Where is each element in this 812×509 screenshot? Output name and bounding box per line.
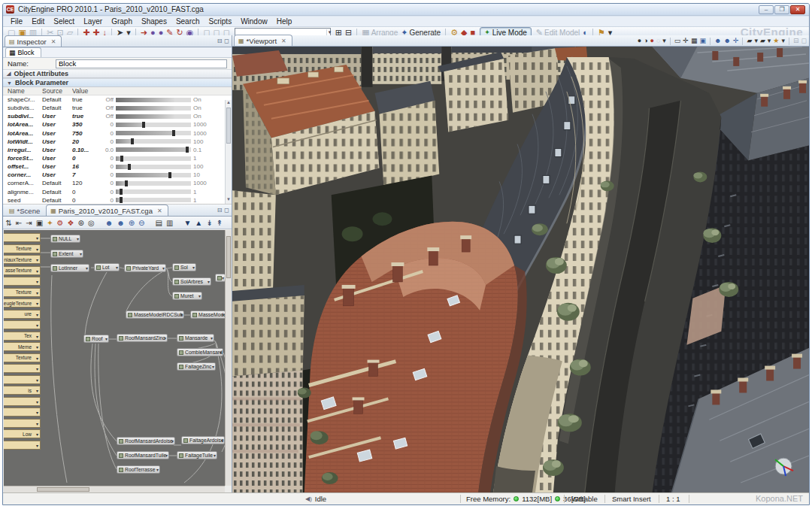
- look-at-icon[interactable]: ✛: [732, 36, 740, 46]
- title-bar[interactable]: CE CityEngine PRO 2010.1 - Paris_2010_v2…: [3, 4, 809, 16]
- graph-node[interactable]: MasseModelRDCSub ▾: [126, 311, 184, 319]
- node-dropdown-icon[interactable]: ▾: [198, 293, 201, 298]
- link-nodes-icon[interactable]: ⊛: [77, 218, 86, 228]
- tab-scene[interactable]: ▤ *Scene: [5, 205, 46, 216]
- maximize-panel-icon[interactable]: ◻: [224, 38, 229, 44]
- separator[interactable]: [670, 38, 671, 45]
- minimize-view-icon[interactable]: ⊟: [792, 36, 800, 46]
- axes-toggle-icon[interactable]: ✛: [682, 36, 689, 46]
- align-left-icon[interactable]: ⇤: [14, 218, 23, 228]
- texture-node[interactable]: AveugleTexture ▾: [4, 298, 41, 308]
- graph-node[interactable]: FaitageZinc ▾: [177, 362, 216, 371]
- parameter-slider[interactable]: [116, 173, 191, 177]
- parameter-slider[interactable]: [116, 181, 191, 186]
- node-dropdown-icon[interactable]: ▾: [36, 301, 38, 306]
- shading-options-icon[interactable]: ◌: [656, 36, 661, 46]
- graph-node[interactable]: LotInner ▾: [50, 264, 89, 272]
- graph-node[interactable]: Sol ▾: [172, 263, 196, 271]
- shading-dropdown[interactable]: ▾: [662, 36, 667, 46]
- graph-node[interactable]: PrivateYard ▾: [124, 264, 166, 272]
- grid-toggle-icon[interactable]: ▦: [690, 36, 698, 46]
- graph-horizontal-scrollbar[interactable]: [4, 486, 225, 492]
- texture-node[interactable]: ▾: [4, 419, 41, 428]
- graph-node[interactable]: NULL ▾: [50, 235, 80, 243]
- menu-graph[interactable]: Graph: [107, 17, 137, 26]
- texture-node[interactable]: asseTexture ▾: [4, 266, 41, 275]
- menu-window[interactable]: Window: [236, 17, 272, 26]
- parameter-slider[interactable]: [116, 156, 191, 161]
- slider-knob[interactable]: [120, 197, 123, 203]
- texture-node[interactable]: Tex ▾: [4, 332, 41, 341]
- node-dropdown-icon[interactable]: ▾: [36, 323, 38, 328]
- textured-mode-icon[interactable]: ●: [650, 36, 655, 46]
- bookmark-icon[interactable]: ★: [772, 36, 780, 46]
- sort-up-icon[interactable]: ↟: [215, 218, 224, 228]
- graph-node[interactable]: MasseModelRDC ▾: [190, 311, 225, 319]
- seed[interactable]: seed Default 0 0 1: [3, 196, 232, 205]
- separator[interactable]: [710, 38, 710, 45]
- name-input[interactable]: [56, 59, 227, 68]
- scroll-down-icon[interactable]: ▼: [226, 197, 232, 204]
- subdivis...[interactable]: subdivis... Default true Off On: [3, 104, 232, 112]
- tab-viewport[interactable]: ▦ *Viewport✕: [234, 35, 292, 46]
- node-dropdown-icon[interactable]: ▾: [36, 399, 38, 404]
- node-dropdown-icon[interactable]: ▾: [36, 356, 38, 361]
- scroll-up-icon[interactable]: ▲: [226, 100, 232, 107]
- graph-node[interactable]: Lot ▾: [94, 263, 120, 271]
- menu-search[interactable]: Search: [171, 17, 205, 26]
- tab-cga-file[interactable]: ▦ Paris_2010_v2010_FAST.cga✕: [46, 205, 168, 216]
- slider-knob[interactable]: [186, 147, 189, 153]
- node-dropdown-icon[interactable]: ▾: [165, 453, 168, 458]
- node-dropdown-icon[interactable]: ▾: [86, 265, 88, 271]
- graph-node[interactable]: Muret ▾: [172, 292, 202, 300]
- minimize-button[interactable]: –: [759, 5, 774, 14]
- graph-node[interactable]: Extent ▾: [50, 250, 83, 258]
- texture-node[interactable]: ▾: [4, 408, 41, 417]
- tab-block[interactable]: ▦ Block: [5, 47, 41, 57]
- parameter-slider[interactable]: [116, 131, 191, 135]
- sort-down-icon[interactable]: ↡: [205, 218, 214, 228]
- detail-view-icon[interactable]: ▥: [165, 218, 174, 228]
- layout-graph-icon[interactable]: ⇅: [5, 218, 14, 228]
- align-right-icon[interactable]: ⇥: [24, 218, 33, 228]
- section-block-parameter[interactable]: ▼ Block Parameter: [3, 78, 232, 87]
- texture-node[interactable]: ▾: [4, 375, 41, 384]
- node-dropdown-icon[interactable]: ▾: [36, 312, 38, 317]
- maximize-panel-icon[interactable]: ◻: [224, 207, 229, 214]
- node-dropdown-icon[interactable]: ▾: [105, 336, 108, 341]
- highlight-icon[interactable]: ✦: [45, 218, 54, 228]
- bookmark-dropdown[interactable]: ▾: [780, 36, 786, 46]
- node-dropdown-icon[interactable]: ▾: [162, 265, 165, 271]
- scroll-thumb[interactable]: [37, 487, 89, 492]
- viewport-3d-render[interactable]: [232, 47, 809, 492]
- camera-icon[interactable]: ▰: [746, 36, 753, 46]
- node-graph-canvas[interactable]: ▾ Texture ▾ niauxTexture ▾ asseTexture ▾…: [4, 230, 225, 486]
- maximize-button[interactable]: ❐: [774, 5, 789, 14]
- graph-node[interactable]: RoofMansardTuile ▾: [117, 451, 169, 459]
- maximize-view-icon[interactable]: ◻: [801, 36, 807, 46]
- camera2-dropdown[interactable]: ▾: [767, 36, 772, 46]
- lotArea...[interactable]: lotArea... User 750 0 1000: [3, 129, 232, 138]
- slider-knob[interactable]: [172, 130, 175, 136]
- node-dropdown-icon[interactable]: ▾: [36, 334, 38, 339]
- node-dropdown-icon[interactable]: ▾: [36, 235, 38, 241]
- menu-shapes[interactable]: Shapes: [137, 17, 171, 26]
- menu-help[interactable]: Help: [272, 17, 297, 26]
- node-dropdown-icon[interactable]: ▾: [36, 257, 38, 262]
- close-icon[interactable]: ✕: [281, 38, 286, 44]
- node-dropdown-icon[interactable]: ▾: [36, 377, 38, 383]
- graph-node[interactable]: Roof ▾: [83, 335, 109, 343]
- node-dropdown-icon[interactable]: ▾: [220, 350, 222, 355]
- parameter-slider[interactable]: [116, 106, 191, 111]
- frame-view-icon[interactable]: ▭: [674, 36, 682, 46]
- texture-node[interactable]: Texture ▾: [4, 288, 41, 297]
- offset...[interactable]: offset... User 16 0 100: [3, 162, 232, 171]
- collapse-all-icon[interactable]: ▼: [182, 218, 192, 228]
- node-dropdown-icon[interactable]: ▾: [208, 279, 210, 284]
- section-object-attributes[interactable]: ◢ Object Attributes: [3, 69, 232, 78]
- graph-node[interactable]: CombleMansard ▾: [177, 348, 223, 356]
- menu-file[interactable]: File: [6, 17, 27, 26]
- node-dropdown-icon[interactable]: ▾: [36, 344, 38, 350]
- node-dropdown-icon[interactable]: ▾: [36, 421, 38, 426]
- texture-node[interactable]: ▾: [4, 277, 41, 286]
